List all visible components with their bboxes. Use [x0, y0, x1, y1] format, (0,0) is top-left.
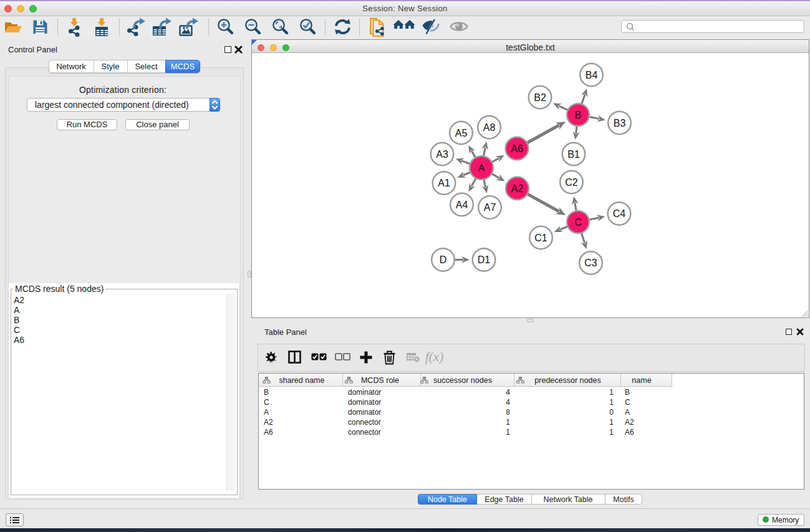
svg-text:A4: A4: [456, 200, 468, 210]
svg-text:A6: A6: [511, 143, 523, 154]
svg-text:A3: A3: [436, 149, 448, 160]
svg-text:C: C: [574, 217, 582, 228]
svg-text:B1: B1: [567, 149, 580, 160]
svg-text:D: D: [440, 254, 447, 265]
svg-text:A: A: [478, 163, 485, 173]
svg-text:D1: D1: [478, 254, 491, 265]
svg-text:B4: B4: [586, 70, 598, 80]
svg-text:C2: C2: [565, 177, 578, 188]
svg-text:C4: C4: [613, 208, 626, 219]
svg-text:A7: A7: [484, 202, 496, 213]
svg-text:B3: B3: [614, 118, 626, 128]
svg-text:A8: A8: [483, 122, 496, 133]
svg-text:A2: A2: [511, 183, 524, 194]
svg-text:B2: B2: [534, 92, 546, 103]
svg-text:A5: A5: [455, 128, 468, 138]
svg-text:B: B: [575, 110, 582, 120]
svg-text:A1: A1: [438, 178, 450, 188]
svg-text:C3: C3: [584, 258, 597, 268]
svg-text:C1: C1: [534, 233, 547, 243]
